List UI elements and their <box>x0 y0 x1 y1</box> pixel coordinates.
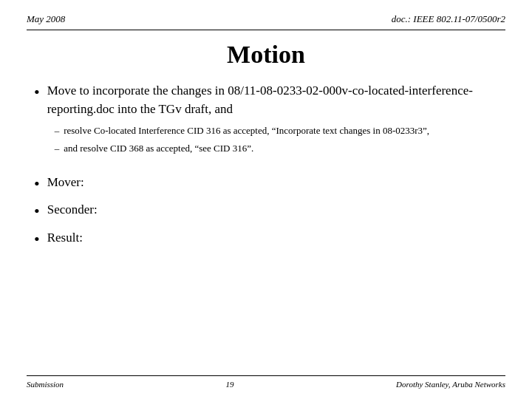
footer-submission: Submission <box>27 380 64 389</box>
sub-bullet-1: – resolve Co-located Interference CID 31… <box>55 124 505 138</box>
mover-text: Mover: <box>47 174 505 192</box>
footer-page-number: 19 <box>226 380 234 389</box>
bullet-dot-seconder: • <box>34 202 40 221</box>
main-bullet-text: Move to incorporate the changes in 08/11… <box>47 82 505 156</box>
page: May 2008 doc.: IEEE 802.11-07/0500r2 Mot… <box>0 0 532 399</box>
result-text: Result: <box>47 229 505 248</box>
bullet-dot-1: • <box>34 83 40 102</box>
footer-author: Dorothy Stanley, Aruba Networks <box>396 380 505 389</box>
content-area: • Move to incorporate the changes in 08/… <box>27 82 505 375</box>
bullet-dot-result: • <box>34 230 40 249</box>
header-doc: doc.: IEEE 802.11-07/0500r2 <box>392 13 505 25</box>
sub-dash-2: – <box>55 142 60 156</box>
page-title: Motion <box>27 41 505 69</box>
mover-item: • Mover: <box>34 174 505 194</box>
seconder-text: Seconder: <box>47 201 505 219</box>
sub-bullets: – resolve Co-located Interference CID 31… <box>55 124 505 156</box>
header: May 2008 doc.: IEEE 802.11-07/0500r2 <box>27 13 505 30</box>
main-bullet-item: • Move to incorporate the changes in 08/… <box>34 82 505 156</box>
sub-dash-1: – <box>55 124 60 138</box>
footer: Submission 19 Dorothy Stanley, Aruba Net… <box>27 375 505 389</box>
header-date: May 2008 <box>27 13 65 25</box>
mover-seconder-result: • Mover: • Seconder: • Result: <box>34 174 505 249</box>
seconder-item: • Seconder: <box>34 201 505 221</box>
sub-bullet-2: – and resolve CID 368 as accepted, “see … <box>55 142 505 156</box>
sub-bullet-text-2: and resolve CID 368 as accepted, “see CI… <box>64 142 505 156</box>
result-item: • Result: <box>34 229 505 249</box>
bullet-dot-mover: • <box>34 174 40 194</box>
sub-bullet-text-1: resolve Co-located Interference CID 316 … <box>64 124 505 138</box>
